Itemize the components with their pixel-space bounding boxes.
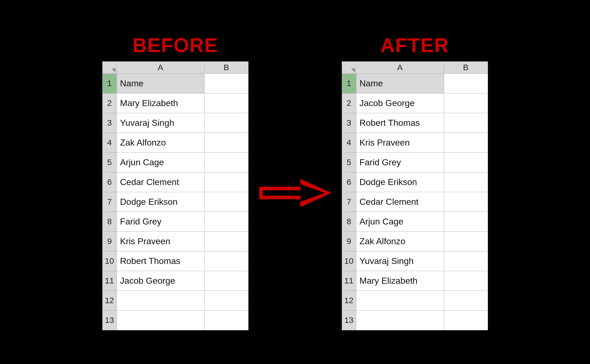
cell-a-6: Dodge Erikson xyxy=(356,172,444,192)
cell-a-13 xyxy=(356,310,444,330)
cell-a-10: Yuvaraj Singh xyxy=(356,251,444,271)
table-row: 13 xyxy=(102,310,248,330)
cell-a-2: Mary Elizabeth xyxy=(117,93,204,113)
cell-a-4: Kris Praveen xyxy=(356,133,444,152)
cell-b-4 xyxy=(444,133,488,152)
row-header: 6 xyxy=(342,172,356,192)
table-row: 2Jacob George xyxy=(342,93,488,113)
cell-b-1 xyxy=(204,73,248,93)
cell-b-2 xyxy=(444,93,488,113)
cell-b-7 xyxy=(444,192,488,212)
before-title: BEFORE xyxy=(132,34,218,56)
cell-b-13 xyxy=(204,310,248,330)
arrow-section xyxy=(249,177,342,209)
cell-a-5: Farid Grey xyxy=(356,152,444,172)
cell-b-9 xyxy=(204,231,248,251)
cell-b-3 xyxy=(204,113,248,133)
row-header: 2 xyxy=(342,93,356,113)
table-row: 8Farid Grey xyxy=(102,212,248,231)
cell-a-11: Mary Elizabeth xyxy=(356,271,444,291)
col-header-b: B xyxy=(204,61,248,73)
table-row: 2Mary Elizabeth xyxy=(102,93,248,113)
after-spreadsheet: AB1Name2Jacob George3Robert Thomas4Kris … xyxy=(342,61,488,330)
after-section: AFTER AB1Name2Jacob George3Robert Thomas… xyxy=(342,34,488,330)
table-row: 5Farid Grey xyxy=(342,152,488,172)
table-row: 7Cedar Clement xyxy=(342,192,488,212)
table-row: 6Cedar Clement xyxy=(102,172,248,192)
corner-cell xyxy=(342,61,356,73)
row-header: 6 xyxy=(102,172,117,192)
cell-a-6: Cedar Clement xyxy=(117,172,204,192)
table-row: 12 xyxy=(342,291,488,310)
corner-cell xyxy=(102,61,117,73)
row-header: 10 xyxy=(342,251,356,271)
table-row: 6Dodge Erikson xyxy=(342,172,488,192)
table-row: 7Dodge Erikson xyxy=(102,192,248,212)
row-header: 7 xyxy=(342,192,356,212)
table-row: 5Arjun Cage xyxy=(102,152,248,172)
row-header: 7 xyxy=(102,192,117,212)
row-header: 1 xyxy=(342,73,356,93)
cell-b-9 xyxy=(444,231,488,251)
col-header-b: B xyxy=(444,61,488,73)
cell-a-3: Yuvaraj Singh xyxy=(117,113,204,133)
table-row: 9Kris Praveen xyxy=(102,231,248,251)
col-header-a: A xyxy=(356,61,444,73)
row-header: 10 xyxy=(102,251,117,271)
cell-b-6 xyxy=(444,172,488,192)
row-header: 1 xyxy=(102,73,117,93)
row-header: 5 xyxy=(342,152,356,172)
table-row: 9Zak Alfonzo xyxy=(342,231,488,251)
cell-b-1 xyxy=(444,73,488,93)
row-header: 5 xyxy=(102,152,117,172)
cell-b-2 xyxy=(204,93,248,113)
cell-b-11 xyxy=(444,271,488,291)
row-header: 8 xyxy=(342,212,356,231)
cell-a-8: Arjun Cage xyxy=(356,212,444,231)
cell-b-6 xyxy=(204,172,248,192)
table-row: 10Yuvaraj Singh xyxy=(342,251,488,271)
before-section: BEFORE AB1Name2Mary Elizabeth3Yuvaraj Si… xyxy=(102,34,249,330)
table-row: 3Robert Thomas xyxy=(342,113,488,133)
cell-a-1: Name xyxy=(117,73,204,93)
row-header: 3 xyxy=(342,113,356,133)
table-row: 1Name xyxy=(342,73,488,93)
after-title: AFTER xyxy=(380,34,449,56)
row-header: 12 xyxy=(342,291,356,310)
cell-b-8 xyxy=(444,212,488,231)
row-header: 2 xyxy=(102,93,117,113)
cell-b-5 xyxy=(444,152,488,172)
cell-a-2: Jacob George xyxy=(356,93,444,113)
row-header: 11 xyxy=(342,271,356,291)
cell-a-12 xyxy=(356,291,444,310)
cell-a-10: Robert Thomas xyxy=(117,251,204,271)
cell-b-12 xyxy=(204,291,248,310)
row-header: 12 xyxy=(102,291,117,310)
row-header: 9 xyxy=(102,231,117,251)
cell-b-4 xyxy=(204,133,248,152)
cell-b-10 xyxy=(444,251,488,271)
table-row: 13 xyxy=(342,310,488,330)
table-row: 4Zak Alfonzo xyxy=(102,133,248,152)
table-row: 10Robert Thomas xyxy=(102,251,248,271)
row-header: 13 xyxy=(342,310,356,330)
cell-a-9: Kris Praveen xyxy=(117,231,204,251)
row-header: 13 xyxy=(102,310,117,330)
table-row: 11Mary Elizabeth xyxy=(342,271,488,291)
cell-a-7: Dodge Erikson xyxy=(117,192,204,212)
col-header-a: A xyxy=(117,61,204,73)
table-row: 4Kris Praveen xyxy=(342,133,488,152)
table-row: 8Arjun Cage xyxy=(342,212,488,231)
before-spreadsheet: AB1Name2Mary Elizabeth3Yuvaraj Singh4Zak… xyxy=(102,61,249,330)
cell-a-1: Name xyxy=(356,73,444,93)
cell-a-9: Zak Alfonzo xyxy=(356,231,444,251)
row-header: 3 xyxy=(102,113,117,133)
cell-a-7: Cedar Clement xyxy=(356,192,444,212)
cell-a-13 xyxy=(117,310,204,330)
cell-b-12 xyxy=(444,291,488,310)
cell-b-11 xyxy=(204,271,248,291)
cell-b-13 xyxy=(444,310,488,330)
cell-b-10 xyxy=(204,251,248,271)
cell-a-5: Arjun Cage xyxy=(117,152,204,172)
table-row: 1Name xyxy=(102,73,248,93)
